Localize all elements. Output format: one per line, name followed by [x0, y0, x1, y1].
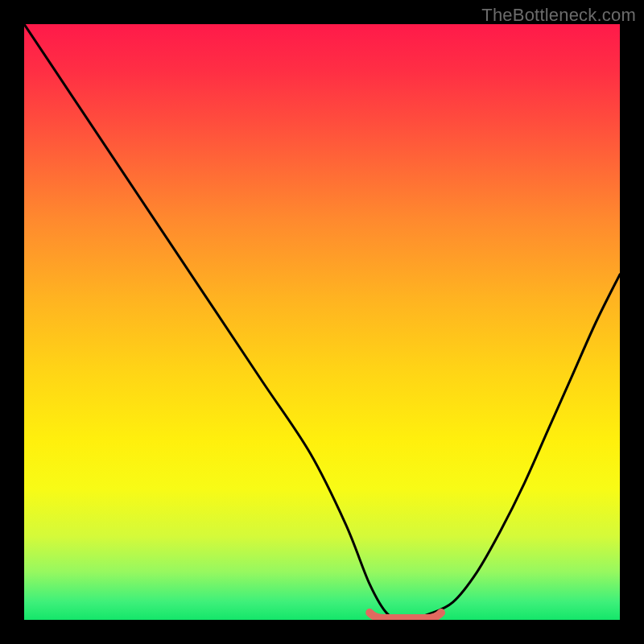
curve-layer	[24, 24, 620, 620]
bottleneck-curve	[24, 24, 620, 620]
plot-area	[24, 24, 620, 620]
chart-frame: TheBottleneck.com	[0, 0, 644, 644]
watermark-text: TheBottleneck.com	[481, 5, 636, 26]
